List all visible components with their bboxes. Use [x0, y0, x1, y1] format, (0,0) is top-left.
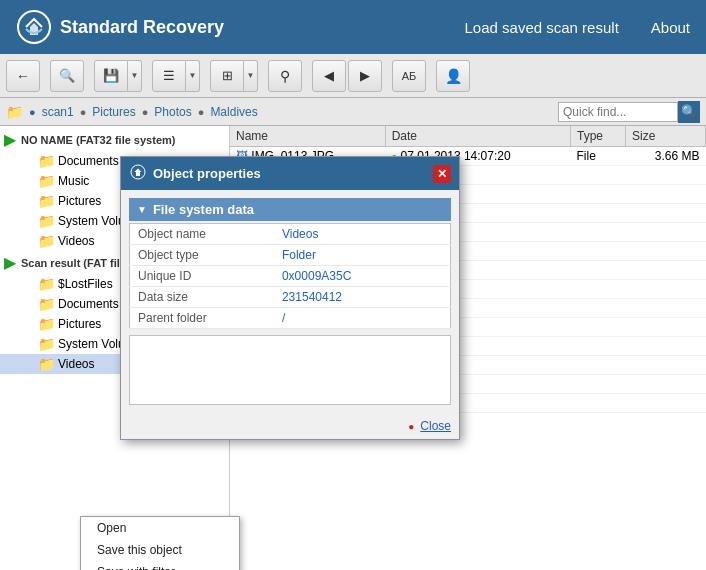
file-type-cell: File [571, 147, 626, 166]
tree-label: Documents [58, 154, 119, 168]
tree-label: NO NAME (FAT32 file system) [21, 134, 175, 146]
quick-find-input[interactable] [558, 102, 678, 122]
view-dropdown[interactable]: ▼ [244, 60, 258, 92]
folder-icon: 📁 [38, 356, 55, 372]
file-size-cell [626, 356, 706, 375]
addr-seg-3[interactable]: Maldives [210, 105, 257, 119]
search-icon: 🔍 [59, 68, 75, 83]
load-scan-link[interactable]: Load saved scan result [465, 19, 619, 36]
list-button[interactable]: ☰ [152, 60, 186, 92]
folder-icon: 📁 [38, 233, 55, 249]
file-type-cell [571, 166, 626, 185]
dialog-body: ▼ File system data Object nameVideosObje… [121, 190, 459, 413]
header: Standard Recovery Load saved scan result… [0, 0, 706, 54]
file-type-cell [571, 185, 626, 204]
dialog-preview [129, 335, 451, 405]
about-link[interactable]: About [651, 19, 690, 36]
save-dropdown[interactable]: ▼ [128, 60, 142, 92]
dialog-logo [129, 163, 147, 184]
binoculars-icon: ⚲ [280, 68, 290, 84]
quick-find-button[interactable]: 🔍 [678, 101, 700, 123]
view-button[interactable]: ⊞ [210, 60, 244, 92]
file-type-cell [571, 394, 626, 413]
file-type-cell [571, 318, 626, 337]
context-menu-item[interactable]: Save this object [81, 539, 239, 561]
tree-label: Pictures [58, 194, 101, 208]
folder-icon: 📁 [38, 276, 55, 292]
file-type-cell [571, 261, 626, 280]
property-label: Object name [130, 224, 274, 245]
tree-item[interactable]: ▶NO NAME (FAT32 file system) [0, 128, 229, 151]
tree-label: Pictures [58, 317, 101, 331]
back-button[interactable]: ← [6, 60, 40, 92]
column-header[interactable]: Type [571, 126, 626, 147]
file-type-cell [571, 242, 626, 261]
folder-icon: 📁 [38, 296, 55, 312]
main-area: ▶NO NAME (FAT32 file system)📁Documents📁M… [0, 126, 706, 570]
properties-table: Object nameVideosObject typeFolderUnique… [129, 223, 451, 329]
property-value: / [274, 308, 451, 329]
tree-label: Music [58, 174, 89, 188]
context-menu-item[interactable]: Save with filter... [81, 561, 239, 570]
back-icon: ← [16, 68, 30, 84]
file-size-cell [626, 318, 706, 337]
dialog-footer: ● Close [121, 413, 459, 439]
file-size-cell [626, 204, 706, 223]
column-header[interactable]: Size [626, 126, 706, 147]
file-size-cell [626, 280, 706, 299]
property-row: Object typeFolder [130, 245, 451, 266]
binoculars-button[interactable]: ⚲ [268, 60, 302, 92]
dialog-close-text-button[interactable]: Close [420, 419, 451, 433]
text-button[interactable]: АБ [392, 60, 426, 92]
prev-button[interactable]: ◀ [312, 60, 346, 92]
search-box: 🔍 [558, 101, 700, 123]
drive-icon: ▶ [4, 253, 16, 272]
column-header[interactable]: Name [230, 126, 385, 147]
folder-icon: 📁 [38, 336, 55, 352]
object-properties-dialog: Object properties ✕ ▼ File system data O… [120, 156, 460, 440]
addr-seg-0[interactable]: scan1 [42, 105, 74, 119]
save-button[interactable]: 💾 [94, 60, 128, 92]
logo-icon [16, 9, 52, 45]
magnifier-icon: 🔍 [681, 104, 697, 119]
property-value: Videos [274, 224, 451, 245]
property-label: Object type [130, 245, 274, 266]
text-icon: АБ [402, 70, 417, 82]
file-size-cell [626, 394, 706, 413]
property-value: 231540412 [274, 287, 451, 308]
dialog-close-button[interactable]: ✕ [433, 165, 451, 183]
property-row: Unique ID0x0009A35C [130, 266, 451, 287]
app-name: Standard Recovery [60, 17, 224, 38]
section-arrow-icon: ▼ [137, 204, 147, 215]
addr-seg-2[interactable]: Photos [154, 105, 191, 119]
property-row: Object nameVideos [130, 224, 451, 245]
tree-label: $LostFiles [58, 277, 113, 291]
folder-icon: 📁 [38, 173, 55, 189]
context-menu-item[interactable]: Open [81, 517, 239, 539]
folder-icon: 📁 [6, 104, 23, 120]
next-button[interactable]: ▶ [348, 60, 382, 92]
list-icon: ☰ [163, 68, 175, 83]
search-button[interactable]: 🔍 [50, 60, 84, 92]
save-group: 💾 ▼ [94, 60, 142, 92]
user-button[interactable]: 👤 [436, 60, 470, 92]
view-icon: ⊞ [222, 68, 233, 83]
property-row: Data size231540412 [130, 287, 451, 308]
save-icon: 💾 [103, 68, 119, 83]
dialog-titlebar: Object properties ✕ [121, 157, 459, 190]
header-nav: Load saved scan result About [465, 19, 690, 36]
folder-icon: 📁 [38, 316, 55, 332]
addr-seg-1[interactable]: Pictures [92, 105, 135, 119]
close-dot-icon: ● [408, 421, 414, 432]
prev-icon: ◀ [324, 68, 334, 83]
folder-icon: 📁 [38, 193, 55, 209]
column-header[interactable]: Date [385, 126, 570, 147]
tree-label: Videos [58, 357, 94, 371]
file-size-cell [626, 375, 706, 394]
list-dropdown[interactable]: ▼ [186, 60, 200, 92]
property-label: Data size [130, 287, 274, 308]
dialog-section-label: File system data [153, 202, 254, 217]
file-type-cell [571, 299, 626, 318]
file-type-cell [571, 337, 626, 356]
dialog-section-header: ▼ File system data [129, 198, 451, 221]
